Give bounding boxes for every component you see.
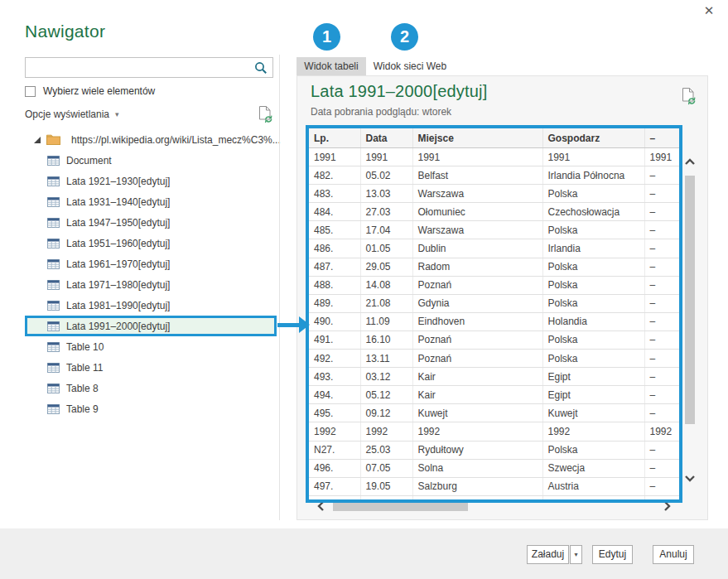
tree-item[interactable]: Lata 1921–1930[edytuj] xyxy=(25,171,277,191)
tree-item-label: Table 8 xyxy=(66,383,99,394)
table-cell: 484. xyxy=(309,203,360,221)
preview-title: Lata 1991–2000[edytuj] xyxy=(311,82,487,101)
table-cell: – xyxy=(644,477,681,495)
tree-item[interactable]: Lata 1981–1990[edytuj] xyxy=(25,295,277,316)
tree-item[interactable]: Document xyxy=(25,150,277,171)
table-icon xyxy=(47,197,60,207)
search-input[interactable] xyxy=(31,59,258,78)
column-header: – xyxy=(644,128,681,148)
column-header: Gospodarz xyxy=(542,128,644,148)
scroll-down-button[interactable] xyxy=(684,470,696,485)
preview-refresh-icon[interactable] xyxy=(681,87,697,109)
table-cell: – xyxy=(644,404,681,422)
tree-item[interactable]: Table 11 xyxy=(25,357,277,378)
table-cell: Salzburg xyxy=(412,477,542,495)
tree-item[interactable]: Table 9 xyxy=(25,398,277,419)
table-cell: – xyxy=(644,276,681,294)
table-cell: Czechosłowacja xyxy=(542,203,644,221)
table-cell: Polska xyxy=(542,276,644,294)
table-cell: 05.02 xyxy=(360,166,412,185)
table-cell: Polska xyxy=(542,495,644,503)
table-cell: 1992 xyxy=(644,422,681,441)
table-row: 489.21.08GdyniaPolska– xyxy=(309,294,681,312)
tree-item-label: Lata 1951–1960[edytuj] xyxy=(66,238,170,249)
table-cell: Austria xyxy=(542,477,644,495)
scroll-left-button[interactable] xyxy=(317,500,325,515)
tree-item-label: Lata 1931–1940[edytuj] xyxy=(66,196,170,208)
expand-triangle-icon[interactable] xyxy=(33,136,41,144)
table-cell: 491. xyxy=(309,331,360,349)
horizontal-scrollbar-thumb[interactable] xyxy=(333,502,468,511)
edit-button[interactable]: Edytuj xyxy=(592,545,633,564)
table-cell: 1991 xyxy=(542,148,644,166)
tree-item[interactable]: Table 8 xyxy=(25,378,277,398)
tab-table-view[interactable]: Widok tabeli xyxy=(297,57,366,75)
tab-web-view[interactable]: Widok sieci Web xyxy=(366,57,454,75)
table-row: 497.19.05SalzburgAustria– xyxy=(309,477,681,495)
table-cell: – xyxy=(644,386,681,404)
table-cell: 11.09 xyxy=(360,312,412,331)
refresh-icon[interactable] xyxy=(258,105,273,127)
table-cell: Poznań xyxy=(412,331,542,349)
table-cell: 19.05 xyxy=(360,477,412,495)
table-icon xyxy=(47,321,60,331)
table-cell: 01.05 xyxy=(360,239,412,258)
table-cell: – xyxy=(644,166,681,185)
table-row: 484.27.03OłomuniecCzechosłowacja– xyxy=(309,203,681,221)
table-row: 485.17.04WarszawaPolska– xyxy=(309,221,681,239)
table-cell: Warszawa xyxy=(412,185,542,203)
vertical-scrollbar-thumb[interactable] xyxy=(685,176,695,424)
table-cell: 14.08 xyxy=(360,276,412,294)
table-cell: 1991 xyxy=(412,148,542,166)
nav-tree: https://pl.wikipedia.org/wiki/Lista_mecz… xyxy=(25,129,277,419)
table-row: 19921992199219921992 xyxy=(309,422,681,441)
scroll-up-button[interactable] xyxy=(684,154,696,169)
tree-item[interactable]: Lata 1931–1940[edytuj] xyxy=(25,191,277,212)
tree-item[interactable]: Lata 1951–1960[edytuj] xyxy=(25,233,277,253)
multi-select-checkbox[interactable] xyxy=(25,86,36,97)
table-cell: 490. xyxy=(309,312,360,331)
table-icon xyxy=(47,239,60,248)
tree-root-label: https://pl.wikipedia.org/wiki/Lista_mecz… xyxy=(71,134,281,146)
table-cell: 485. xyxy=(309,221,360,239)
table-cell: 03.12 xyxy=(360,368,412,386)
tree-item[interactable]: Lata 1971–1980[edytuj] xyxy=(25,274,277,295)
table-row: 492.13.11PoznańPolska– xyxy=(309,350,681,368)
table-icon xyxy=(47,363,60,373)
load-dropdown-button[interactable]: ▾ xyxy=(570,545,582,564)
tree-item[interactable]: Lata 1961–1970[edytuj] xyxy=(25,253,277,274)
display-options-dropdown[interactable]: Opcje wyświetlania ▾ xyxy=(25,109,119,120)
table-cell: 29.05 xyxy=(360,258,412,276)
annotation-arrow xyxy=(277,323,300,327)
scroll-right-button[interactable] xyxy=(663,500,671,515)
table-cell: 496. xyxy=(309,459,360,477)
table-cell: Polska xyxy=(542,294,644,312)
table-cell: 09.12 xyxy=(360,404,412,422)
callout-1: 1 xyxy=(313,23,340,51)
table-cell: Polska xyxy=(542,441,644,459)
load-button[interactable]: Załaduj xyxy=(527,545,569,564)
table-cell: 1992 xyxy=(309,422,360,441)
tree-item[interactable]: Lata 1947–1950[edytuj] xyxy=(25,212,277,233)
tree-item-label: Table 9 xyxy=(66,403,99,415)
table-cell: – xyxy=(644,221,681,239)
table-cell: Dublin xyxy=(412,239,542,258)
search-icon[interactable] xyxy=(254,61,268,78)
table-cell: 1992 xyxy=(542,422,644,441)
close-icon[interactable]: ✕ xyxy=(701,2,717,19)
table-cell: – xyxy=(644,441,681,459)
search-box xyxy=(25,57,273,78)
page-title: Nawigator xyxy=(25,22,105,41)
tree-item-label: Lata 1921–1930[edytuj] xyxy=(66,176,170,187)
nav-tree-children: DocumentLata 1921–1930[edytuj]Lata 1931–… xyxy=(25,150,277,419)
tree-item[interactable]: Table 10 xyxy=(25,336,277,357)
table-cell: Polska xyxy=(542,258,644,276)
table-cell: Polska xyxy=(542,221,644,239)
tree-root-item[interactable]: https://pl.wikipedia.org/wiki/Lista_mecz… xyxy=(25,129,277,150)
cancel-button[interactable]: Anuluj xyxy=(653,545,694,564)
tree-item-label: Lata 1947–1950[edytuj] xyxy=(66,217,170,229)
column-header: Miejsce xyxy=(412,128,542,148)
tree-item[interactable]: Lata 1991–2000[edytuj] xyxy=(25,316,277,336)
table-cell: Polska xyxy=(542,185,644,203)
table-row: 19911991199119911991 xyxy=(309,148,681,166)
